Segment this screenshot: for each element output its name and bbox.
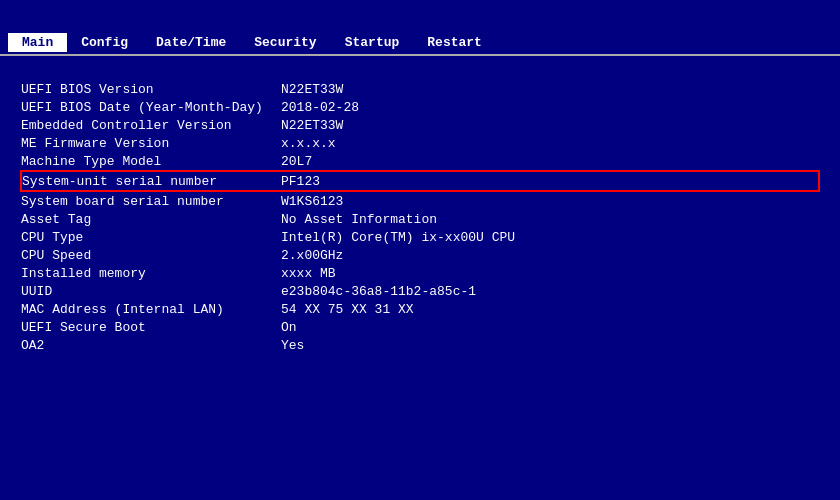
nav-tab-config[interactable]: Config — [67, 33, 142, 52]
field-label: ME Firmware Version — [21, 134, 281, 152]
table-row: OA2Yes — [21, 336, 819, 354]
field-value: e23b804c-36a8-11b2-a85c-1 — [281, 282, 819, 300]
field-value: No Asset Information — [281, 210, 819, 228]
table-row: ME Firmware Versionx.x.x.x — [21, 134, 819, 152]
field-value: x.x.x.x — [281, 134, 819, 152]
field-value: 2018-02-28 — [281, 98, 819, 116]
table-row: UEFI BIOS VersionN22ET33W — [21, 80, 819, 98]
field-label: OA2 — [21, 336, 281, 354]
nav-tab-startup[interactable]: Startup — [331, 33, 414, 52]
field-value: W1KS6123 — [281, 191, 819, 210]
field-value: N22ET33W — [281, 116, 819, 134]
field-value: 20L7 — [281, 152, 819, 171]
field-label: MAC Address (Internal LAN) — [21, 300, 281, 318]
table-row: UEFI BIOS Date (Year-Month-Day)2018-02-2… — [21, 98, 819, 116]
field-value: 54 XX 75 XX 31 XX — [281, 300, 819, 318]
top-bar — [0, 0, 840, 28]
field-label: UUID — [21, 282, 281, 300]
field-label: UEFI BIOS Date (Year-Month-Day) — [21, 98, 281, 116]
table-row: System board serial numberW1KS6123 — [21, 191, 819, 210]
field-label: CPU Type — [21, 228, 281, 246]
table-row: Asset TagNo Asset Information — [21, 210, 819, 228]
table-row: System-unit serial numberPF123 — [21, 171, 819, 191]
field-value: PF123 — [281, 171, 819, 191]
field-label: UEFI BIOS Version — [21, 80, 281, 98]
field-value: On — [281, 318, 819, 336]
info-table: UEFI BIOS VersionN22ET33WUEFI BIOS Date … — [20, 72, 820, 354]
field-label: Asset Tag — [21, 210, 281, 228]
field-value: N22ET33W — [281, 80, 819, 98]
field-label: Embedded Controller Version — [21, 116, 281, 134]
nav-bar: MainConfigDate/TimeSecurityStartupRestar… — [0, 28, 840, 54]
field-label: UEFI Secure Boot — [21, 318, 281, 336]
field-value: Intel(R) Core(TM) ix-xx00U CPU — [281, 228, 819, 246]
table-row: Machine Type Model20L7 — [21, 152, 819, 171]
table-row: MAC Address (Internal LAN)54 XX 75 XX 31… — [21, 300, 819, 318]
field-label: System board serial number — [21, 191, 281, 210]
field-label: System-unit serial number — [21, 171, 281, 191]
field-label: Installed memory — [21, 264, 281, 282]
table-row: UEFI Secure BootOn — [21, 318, 819, 336]
nav-tab-security[interactable]: Security — [240, 33, 330, 52]
table-row: CPU TypeIntel(R) Core(TM) ix-xx00U CPU — [21, 228, 819, 246]
table-row: CPU Speed2.x00GHz — [21, 246, 819, 264]
table-row: UUIDe23b804c-36a8-11b2-a85c-1 — [21, 282, 819, 300]
field-value: Yes — [281, 336, 819, 354]
field-value: 2.x00GHz — [281, 246, 819, 264]
nav-tab-date-time[interactable]: Date/Time — [142, 33, 240, 52]
main-content: UEFI BIOS VersionN22ET33WUEFI BIOS Date … — [0, 56, 840, 500]
field-label: CPU Speed — [21, 246, 281, 264]
field-value: xxxx MB — [281, 264, 819, 282]
field-label: Machine Type Model — [21, 152, 281, 171]
nav-tab-restart[interactable]: Restart — [413, 33, 496, 52]
table-row: Installed memoryxxxx MB — [21, 264, 819, 282]
nav-tab-main[interactable]: Main — [8, 33, 67, 52]
table-row: Embedded Controller VersionN22ET33W — [21, 116, 819, 134]
